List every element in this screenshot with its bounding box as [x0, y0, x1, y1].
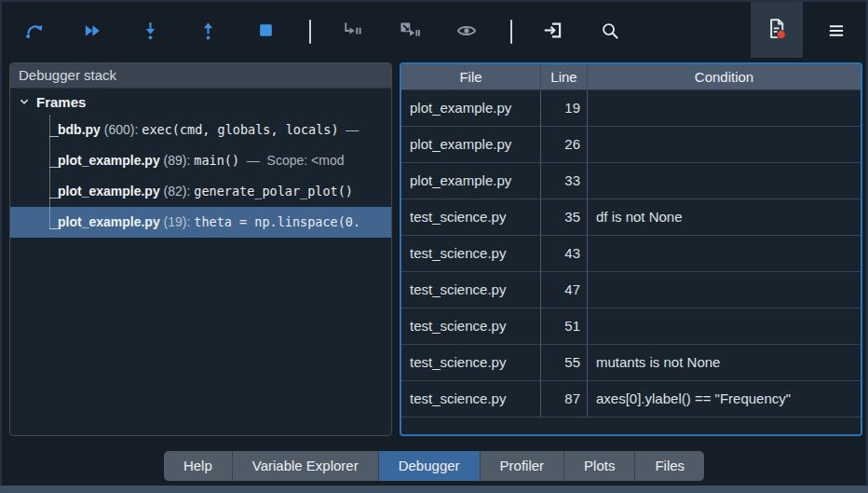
breakpoints-table-toggle-button[interactable]	[751, 2, 803, 58]
breakpoint-line-cell[interactable]: 55	[541, 345, 588, 381]
breakpoint-file-cell[interactable]: test_science.py	[401, 345, 541, 381]
debugger-pane-window: Debugger stack Frames bdb.py (600): exec…	[0, 0, 868, 493]
breakpoints-table: File Line Condition plot_example.py19plo…	[401, 64, 861, 418]
breakpoint-file-cell[interactable]: test_science.py	[401, 236, 541, 272]
breakpoint-file-cell[interactable]: test_science.py	[401, 381, 541, 418]
toolbar-separator	[510, 20, 512, 44]
column-header-condition[interactable]: Condition	[588, 64, 861, 90]
step-return-button[interactable]	[187, 11, 228, 52]
breakpoint-file-cell[interactable]: plot_example.py	[401, 90, 541, 127]
frame-filename: plot_example.py	[58, 153, 164, 168]
breakpoint-file-cell[interactable]: test_science.py	[401, 272, 541, 308]
run-current-line-icon	[23, 20, 46, 45]
frame-code: theta = np.linspace(0.	[194, 214, 360, 229]
frame-line-number: (89):	[164, 153, 191, 168]
breakpoint-line-cell[interactable]: 47	[541, 272, 588, 308]
frame-filename: plot_example.py	[58, 184, 164, 199]
continue-execution-button[interactable]	[72, 11, 113, 52]
toolbar-separator	[309, 20, 311, 44]
arrow-up-icon	[197, 20, 219, 44]
frame-filename: plot_example.py	[58, 214, 164, 229]
goto-editor-icon	[542, 20, 563, 44]
breakpoint-condition-cell[interactable]	[588, 90, 861, 127]
show-output-button[interactable]	[446, 11, 487, 52]
tab-debugger[interactable]: Debugger	[379, 451, 481, 481]
tab-files[interactable]: Files	[635, 451, 704, 481]
column-header-line[interactable]: Line	[541, 64, 588, 90]
frame-item[interactable]: plot_example.py (89): main() — Scope: <m…	[10, 145, 391, 176]
frame-item[interactable]: plot_example.py (82): generate_polar_plo…	[10, 176, 391, 207]
debug-cell-button[interactable]	[388, 11, 429, 52]
tree-branch-icon	[49, 207, 61, 238]
breakpoint-document-icon	[765, 17, 789, 44]
frame-code: generate_polar_plot()	[194, 184, 353, 199]
debug-file-button[interactable]	[331, 11, 372, 52]
frame-filename: bdb.py	[58, 122, 104, 137]
breakpoint-file-cell[interactable]: test_science.py	[401, 199, 541, 236]
breakpoint-condition-cell[interactable]	[588, 163, 861, 199]
column-header-file[interactable]: File	[401, 64, 541, 90]
plugin-tabbar: HelpVariable ExplorerDebuggerProfilerPlo…	[0, 451, 868, 481]
search-button[interactable]	[590, 11, 631, 52]
stop-square-icon	[256, 21, 276, 43]
tree-branch-icon	[49, 176, 61, 207]
breakpoint-condition-cell[interactable]	[588, 272, 861, 308]
breakpoint-condition-cell[interactable]	[588, 127, 861, 163]
breakpoint-line-cell[interactable]: 35	[541, 199, 588, 236]
frames-root-label: Frames	[36, 94, 86, 110]
run-current-line-button[interactable]	[14, 11, 55, 52]
breakpoint-condition-cell[interactable]	[588, 308, 861, 345]
frame-scope-info: —	[339, 122, 359, 137]
breakpoint-condition-cell[interactable]: axes[0].ylabel() == "Frequency"	[588, 381, 861, 418]
tab-help[interactable]: Help	[164, 451, 233, 481]
tree-branch-icon	[49, 115, 61, 145]
frame-line-number: (82):	[164, 184, 191, 199]
tree-branch-icon	[49, 145, 61, 176]
frame-code: main()	[194, 153, 239, 168]
frame-scope-info: — Scope: <mod	[239, 153, 344, 168]
tab-plots[interactable]: Plots	[564, 451, 635, 481]
debug-toolbar	[2, 2, 866, 58]
frame-line-number: (19):	[164, 214, 191, 229]
eye-icon	[455, 20, 478, 45]
breakpoint-condition-cell[interactable]: mutants is not None	[588, 345, 861, 381]
chevron-down-icon[interactable]	[17, 95, 31, 109]
frame-item[interactable]: plot_example.py (19): theta = np.linspac…	[10, 207, 391, 238]
fast-forward-icon	[82, 21, 102, 44]
frame-line-number: (600):	[104, 122, 139, 137]
breakpoint-line-cell[interactable]: 51	[541, 308, 588, 345]
stop-debugging-button[interactable]	[245, 11, 286, 52]
breakpoint-condition-cell[interactable]: df is not None	[588, 199, 861, 236]
frames-root-item[interactable]: Frames	[10, 89, 391, 115]
breakpoint-line-cell[interactable]: 19	[541, 90, 588, 127]
breakpoint-condition-cell[interactable]	[588, 236, 861, 272]
breakpoints-panel: File Line Condition plot_example.py19plo…	[400, 62, 862, 436]
breakpoint-file-cell[interactable]: plot_example.py	[401, 163, 541, 199]
frame-item[interactable]: bdb.py (600): exec(cmd, globals, locals)…	[10, 115, 391, 145]
debug-cell-icon	[398, 20, 420, 45]
plugin-tabs-group: HelpVariable ExplorerDebuggerProfilerPlo…	[164, 451, 704, 481]
goto-editor-button[interactable]	[532, 11, 573, 52]
frame-code: exec(cmd, globals, locals)	[142, 122, 338, 137]
step-into-button[interactable]	[129, 11, 170, 52]
debugger-stack-title: Debugger stack	[10, 63, 391, 89]
breakpoint-line-cell[interactable]: 43	[541, 236, 588, 272]
breakpoint-file-cell[interactable]: test_science.py	[401, 308, 541, 345]
tab-profiler[interactable]: Profiler	[481, 451, 565, 481]
options-menu-button[interactable]	[814, 11, 859, 52]
window-bottom-edge	[0, 486, 868, 493]
frames-list: bdb.py (600): exec(cmd, globals, locals)…	[10, 115, 391, 238]
search-icon	[600, 21, 620, 44]
debug-file-icon	[341, 20, 362, 44]
breakpoint-line-cell[interactable]: 26	[541, 127, 588, 163]
tab-variable-explorer[interactable]: Variable Explorer	[233, 451, 379, 481]
breakpoint-line-cell[interactable]: 87	[541, 381, 588, 418]
breakpoint-file-cell[interactable]: plot_example.py	[401, 127, 541, 163]
debugger-stack-panel: Debugger stack Frames bdb.py (600): exec…	[9, 62, 392, 436]
breakpoint-line-cell[interactable]: 33	[541, 163, 588, 199]
hamburger-menu-icon	[826, 21, 847, 44]
arrow-down-icon	[140, 20, 161, 44]
